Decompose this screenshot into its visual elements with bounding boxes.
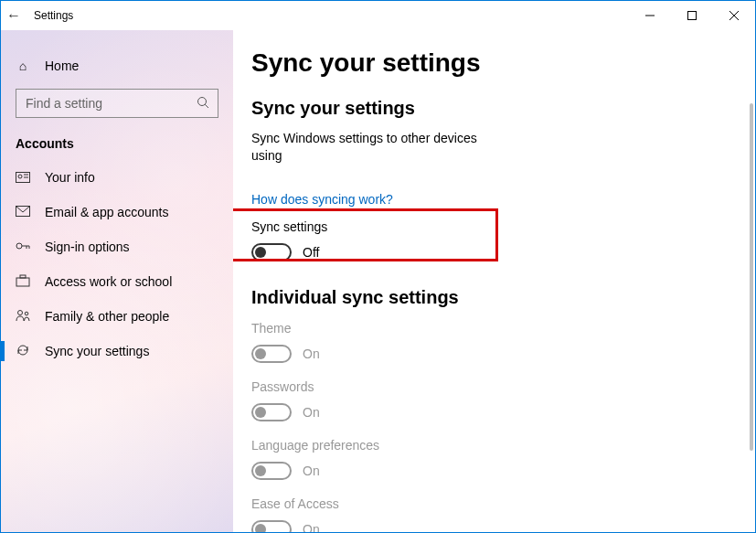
maximize-button[interactable] <box>671 1 713 30</box>
titlebar: ← Settings <box>1 1 755 30</box>
sidebar-item-label: Email & app accounts <box>45 205 168 219</box>
svg-rect-1 <box>688 12 697 20</box>
individual-theme-toggle <box>251 345 292 363</box>
individual-passwords-label: Passwords <box>251 379 733 394</box>
sync-description: Sync Windows settings to other devices u… <box>251 130 498 165</box>
sidebar-item-email-accounts[interactable]: Email & app accounts <box>1 195 233 229</box>
sidebar-item-label: Family & other people <box>45 309 169 324</box>
sidebar-item-label: Sync your settings <box>45 344 149 358</box>
close-button[interactable] <box>713 1 755 30</box>
sidebar-item-label: Access work or school <box>45 274 172 289</box>
svg-rect-15 <box>16 278 29 286</box>
svg-line-5 <box>205 104 208 108</box>
individual-passwords-toggle <box>251 403 292 421</box>
individual-ease-access-label: Ease of Access <box>251 496 733 511</box>
sync-settings-toggle[interactable] <box>251 243 292 261</box>
individual-ease-access-state: On <box>303 522 320 532</box>
scrollbar[interactable] <box>750 103 753 451</box>
sidebar-item-label: Your info <box>45 170 95 185</box>
key-icon <box>16 240 30 255</box>
briefcase-icon <box>16 274 30 290</box>
sidebar: ⌂ Home Accounts Your info Email & app ac… <box>1 30 233 532</box>
page-title: Sync your settings <box>251 48 733 78</box>
home-icon: ⌂ <box>16 59 30 73</box>
window-title: Settings <box>34 9 73 22</box>
svg-point-11 <box>16 243 22 249</box>
people-icon <box>16 309 30 325</box>
sync-settings-label: Sync settings <box>251 219 733 234</box>
svg-point-17 <box>18 310 23 314</box>
section-heading-sync: Sync your settings <box>251 98 733 119</box>
individual-language-toggle <box>251 462 292 480</box>
svg-point-18 <box>25 312 28 315</box>
sidebar-item-family-people[interactable]: Family & other people <box>1 299 233 334</box>
how-syncing-works-link[interactable]: How does syncing work? <box>251 192 393 207</box>
content-pane: Sync your settings Sync your settings Sy… <box>233 30 755 532</box>
sidebar-item-signin-options[interactable]: Sign-in options <box>1 229 233 264</box>
sidebar-home[interactable]: ⌂ Home <box>1 48 233 83</box>
svg-point-7 <box>18 175 22 178</box>
mail-icon <box>16 205 30 219</box>
individual-passwords-state: On <box>303 405 320 420</box>
sidebar-item-your-info[interactable]: Your info <box>1 160 233 195</box>
section-heading-individual: Individual sync settings <box>251 287 733 308</box>
sidebar-home-label: Home <box>45 59 79 73</box>
individual-language-state: On <box>303 464 320 478</box>
person-card-icon <box>16 170 30 186</box>
individual-language-label: Language preferences <box>251 438 733 453</box>
search-icon <box>197 96 209 112</box>
sidebar-section-accounts: Accounts <box>1 127 233 160</box>
back-icon[interactable]: ← <box>6 7 21 24</box>
individual-ease-access-toggle <box>251 520 292 532</box>
individual-theme-label: Theme <box>251 321 733 336</box>
sidebar-item-sync-settings[interactable]: Sync your settings <box>1 334 233 368</box>
minimize-button[interactable] <box>629 1 671 30</box>
sidebar-item-label: Sign-in options <box>45 240 130 254</box>
individual-theme-state: On <box>303 346 320 361</box>
sync-settings-state: Off <box>303 245 319 260</box>
svg-point-4 <box>198 98 207 106</box>
sidebar-item-access-work-school[interactable]: Access work or school <box>1 264 233 299</box>
search-input[interactable] <box>16 89 218 118</box>
sync-icon <box>16 344 30 359</box>
svg-rect-16 <box>20 275 26 278</box>
